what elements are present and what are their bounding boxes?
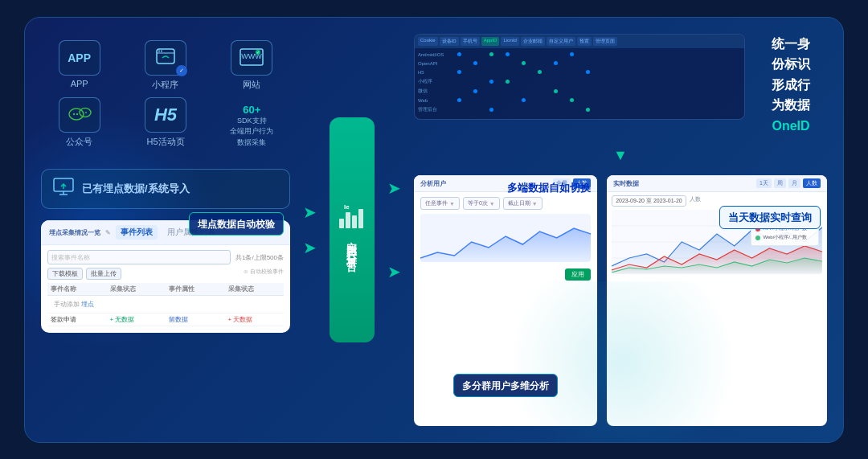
cell-2-1 <box>452 60 466 67</box>
search-placeholder: 搜索事件名称 <box>51 253 90 262</box>
date-range[interactable]: 2023-09-20 至 2023-01-20 <box>612 195 686 207</box>
row-event-name: 签款申请 <box>47 314 107 326</box>
status-no-data: + 无数据 <box>110 316 135 323</box>
verify-badge-text: 埋点数据自动校验 <box>198 219 275 230</box>
right-section: Cookie 设备ID 手机号 AppID LionId 企业邮箱 自定义用户 … <box>414 34 827 426</box>
tab-month[interactable]: 月 <box>788 178 800 188</box>
data-status: 留数据 <box>169 316 188 323</box>
cell-7-8 <box>564 106 579 113</box>
oneid-highlight: OneID <box>772 119 809 133</box>
matrix-header: Cookie 设备ID 手机号 AppID LionId 企业邮箱 自定义用户 … <box>415 35 744 48</box>
cell-4-6 <box>532 78 547 84</box>
svg-rect-20 <box>352 215 357 228</box>
apply-button[interactable]: 应用 <box>565 268 591 281</box>
wechat-icon <box>68 105 92 125</box>
tab-week[interactable]: 周 <box>774 178 786 188</box>
filter-count[interactable]: 等于0次▼ <box>463 197 500 210</box>
oneid-text-box: 统一身份标识形成行为数据OneID <box>755 34 827 137</box>
multi-switch-text: 多端数据自如切换 <box>507 182 591 194</box>
verify-search-box[interactable]: 搜索事件名称 <box>47 250 231 264</box>
filter-event[interactable]: 任意事件▼ <box>420 197 460 210</box>
cell-5-3 <box>484 88 498 94</box>
cell-2-3 <box>484 60 498 67</box>
cell-7-2 <box>468 106 482 113</box>
svg-point-11 <box>76 113 77 114</box>
cell-1-6 <box>532 51 547 58</box>
row-label-4: 小程序 <box>418 78 450 85</box>
cell-6-2 <box>468 97 482 104</box>
cell-1-7 <box>548 51 563 58</box>
source-item-wechat: 公众号 <box>41 97 117 155</box>
tab-1day[interactable]: 1天 <box>756 178 772 188</box>
main-card: APP APP ✓ 小程序 <box>24 17 844 443</box>
cell-4-1 <box>452 78 466 84</box>
matrix-row-6: Web <box>418 97 741 104</box>
matrix-row-7: 管理后台 <box>418 106 741 113</box>
filter-date[interactable]: 截止日期▼ <box>503 197 542 210</box>
legend-dot-3 <box>755 236 760 240</box>
cell-6-1 <box>452 97 466 104</box>
svg-rect-18 <box>339 219 344 228</box>
filter-row: 任意事件▼ 等于0次▼ 截止日期▼ <box>420 197 591 210</box>
monitor-icon <box>53 178 74 195</box>
arrow-to-right-top: ➤ <box>387 178 401 198</box>
verify-tab1[interactable]: 事件列表 <box>116 225 158 240</box>
cell-6-8 <box>564 97 579 104</box>
svg-text:✓: ✓ <box>256 49 260 54</box>
cell-2-7 <box>548 60 563 67</box>
app-icon-text: APP <box>68 51 91 64</box>
checkmark-badge: ✓ <box>176 65 187 76</box>
import-text: 已有埋点数据/系统导入 <box>82 182 190 196</box>
analytics-icon: Ie <box>338 204 366 230</box>
miniprogram-icon-box: ✓ <box>145 40 186 76</box>
col-custom: 自定义用户 <box>547 37 575 46</box>
cell-4-9 <box>580 78 595 84</box>
import-icon <box>53 178 74 200</box>
cell-4-8 <box>564 78 579 84</box>
cell-6-5 <box>516 97 530 104</box>
download-template-btn[interactable]: 下载模板 <box>47 268 83 280</box>
sdk-info: 60+ SDK支持 全端用户行为 数据采集 <box>214 97 290 155</box>
down-arrow: ▼ <box>414 147 827 164</box>
verify-search-row: 搜索事件名称 共1条/上限500条 <box>47 250 284 264</box>
matrix-row-4: 小程序 <box>418 78 741 85</box>
source-grid: APP APP ✓ 小程序 <box>41 34 290 158</box>
cell-1-1 <box>452 51 466 58</box>
row-label-5: 微信 <box>418 88 450 95</box>
segment-content: 任意事件▼ 等于0次▼ 截止日期▼ <box>414 192 597 285</box>
cell-6-4 <box>500 97 514 104</box>
cell-3-7 <box>548 69 563 76</box>
col-event-prop: 事件属性 <box>166 283 225 296</box>
cell-4-3 <box>484 78 498 84</box>
cell-3-5 <box>516 69 530 76</box>
miniprogram-icon <box>154 47 177 69</box>
cell-1-2 <box>468 51 482 58</box>
bury-link[interactable]: 埋点 <box>81 301 94 308</box>
segment-title: 分析用户 <box>420 179 446 188</box>
left-arrow-connector: ➤ ➤ <box>303 34 317 426</box>
cell-1-4 <box>500 51 514 58</box>
oneid-text: 统一身份标识形成行为数据OneID <box>755 34 827 137</box>
svg-rect-21 <box>358 209 363 228</box>
table-row: 手动添加 埋点 <box>47 296 284 314</box>
verify-panel: 埋点采集情况一览 ✎ 事件列表 用户属性列表 搜索事件名称 共1条/上限500条… <box>41 220 290 333</box>
cell-4-4 <box>500 78 514 84</box>
legend-item-3: Web/小程序/..用户数 <box>755 234 814 241</box>
people-label: 人数 <box>690 195 701 207</box>
svg-point-3 <box>161 50 162 51</box>
cell-6-3 <box>484 97 498 104</box>
cell-5-2 <box>468 88 482 94</box>
matrix-row-5: 微信 <box>418 88 741 95</box>
cell-2-6 <box>532 60 547 67</box>
cell-2-2 <box>468 60 482 67</box>
segment-float-badge: 多分群用户多维分析 <box>453 374 558 397</box>
svg-text:Ie: Ie <box>344 204 350 211</box>
col-event-name: 事件名称 <box>47 283 107 296</box>
source-label-wechat: 公众号 <box>66 136 92 148</box>
tab-people[interactable]: 人数 <box>803 178 821 188</box>
cell-7-9 <box>580 106 595 113</box>
batch-upload-btn[interactable]: 批量上传 <box>86 268 121 280</box>
cell-3-2 <box>468 69 482 76</box>
cell-7-5 <box>516 106 530 113</box>
cell-5-1 <box>452 88 466 94</box>
